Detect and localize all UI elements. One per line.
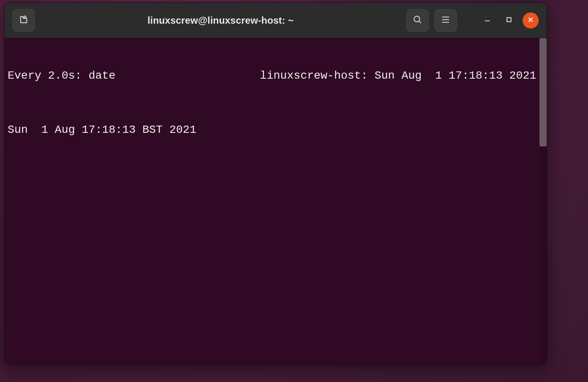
- titlebar-center: linuxscrew@linuxscrew-host: ~: [41, 15, 401, 26]
- command-output: Sun 1 Aug 17:18:13 BST 2021: [8, 123, 536, 137]
- search-button[interactable]: [406, 9, 429, 32]
- scrollbar-thumb[interactable]: [539, 38, 547, 146]
- svg-rect-8: [507, 18, 511, 22]
- menu-button[interactable]: [434, 9, 457, 32]
- window-title: linuxscrew@linuxscrew-host: ~: [148, 15, 294, 26]
- minimize-button[interactable]: [479, 12, 495, 28]
- titlebar-right-group: [406, 9, 539, 32]
- close-icon: [527, 16, 534, 25]
- terminal-body[interactable]: Every 2.0s: date linuxscrew-host: Sun Au…: [4, 38, 547, 364]
- search-icon: [412, 14, 423, 26]
- minimize-icon: [484, 16, 491, 25]
- watch-interval-command: Every 2.0s: date: [8, 69, 116, 83]
- new-tab-icon: [18, 14, 29, 26]
- maximize-button[interactable]: [501, 12, 517, 28]
- terminal-scrollbar[interactable]: [539, 38, 547, 364]
- svg-line-3: [419, 21, 421, 23]
- watch-host-timestamp: linuxscrew-host: Sun Aug 1 17:18:13 2021: [260, 69, 536, 83]
- svg-point-2: [414, 16, 420, 22]
- titlebar[interactable]: linuxscrew@linuxscrew-host: ~: [4, 3, 547, 38]
- watch-header-line: Every 2.0s: date linuxscrew-host: Sun Au…: [8, 69, 536, 83]
- hamburger-icon: [440, 14, 451, 26]
- terminal-window: linuxscrew@linuxscrew-host: ~: [4, 2, 547, 364]
- titlebar-left-group: [12, 9, 35, 32]
- new-tab-button[interactable]: [12, 9, 35, 32]
- close-button[interactable]: [523, 12, 539, 28]
- terminal-content[interactable]: Every 2.0s: date linuxscrew-host: Sun Au…: [4, 38, 539, 364]
- maximize-icon: [505, 16, 513, 25]
